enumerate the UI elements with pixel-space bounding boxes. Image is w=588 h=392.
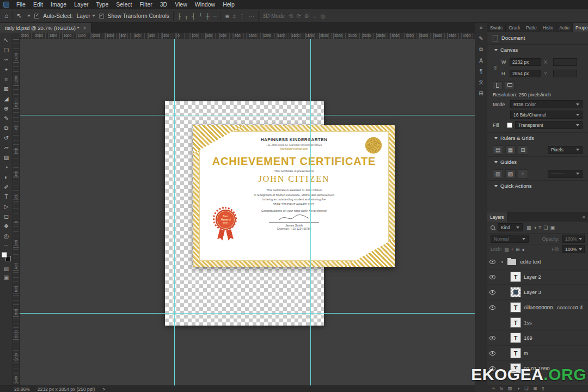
layer-visibility-cell[interactable] (487, 254, 498, 269)
align-icon[interactable]: ┬ (185, 13, 188, 19)
layer-visibility-cell[interactable] (487, 300, 498, 315)
tool-button[interactable]: ∽ (1, 54, 13, 64)
fill-swatch[interactable] (507, 122, 512, 128)
layers-bottom-icon[interactable]: ❏ (524, 387, 528, 391)
layer-thumbnail[interactable]: T (510, 272, 521, 282)
guide-vertical[interactable] (310, 39, 311, 385)
layer-visibility-cell[interactable] (487, 330, 498, 345)
layers-bottom-icon[interactable]: ◑ (517, 387, 520, 391)
bit-depth-select[interactable]: 16 Bits/Channel (510, 111, 583, 119)
lock-icon[interactable]: + (511, 247, 513, 252)
width-field[interactable]: 2232 px (510, 58, 541, 66)
panel-tab[interactable]: Histo (540, 23, 556, 32)
layers-bottom-icon[interactable]: ▯ (542, 387, 544, 391)
rulers-grids-button[interactable]: ▦ (505, 145, 516, 155)
layer-visibility-cell[interactable] (487, 346, 498, 360)
3d-mode-icon[interactable]: ⟳ (296, 13, 301, 19)
menu-item[interactable]: Help (219, 0, 238, 9)
tool-button[interactable]: ◻ (1, 211, 13, 221)
layer-visibility-cell[interactable] (487, 315, 498, 330)
3d-mode-icon[interactable]: ⊕ (304, 13, 309, 19)
tool-button[interactable]: ⊠ (1, 84, 13, 94)
layer-thumbnail[interactable] (507, 259, 516, 265)
tab-properties[interactable]: Properties (573, 23, 588, 32)
panel-strip-icon[interactable]: ¶ (480, 69, 482, 75)
guides-button[interactable]: ▧ (505, 169, 516, 179)
menu-item[interactable]: Image (47, 0, 70, 9)
eye-icon[interactable] (489, 290, 495, 295)
ruler-vertical[interactable]: 1400120010008006004002000200400600800100… (13, 39, 20, 385)
show-transform-checkbox[interactable] (99, 14, 104, 19)
panel-menu-icon[interactable]: ≡ (580, 212, 588, 222)
layer-filter-icon[interactable]: T (538, 225, 542, 230)
guide-horizontal[interactable] (20, 115, 475, 115)
layers-fill-select[interactable]: 100% (562, 245, 585, 253)
tool-button[interactable]: ❖ (1, 221, 13, 231)
tool-button[interactable]: ⧉ (1, 123, 13, 133)
layers-bottom-icon[interactable]: ∞ (492, 387, 495, 391)
align-icon[interactable]: ┤ (192, 13, 195, 19)
close-icon[interactable]: × (83, 25, 86, 31)
tool-button[interactable]: ⌗ (1, 74, 13, 84)
menu-item[interactable]: View (171, 0, 191, 9)
tool-button[interactable]: ⌖ (1, 64, 13, 74)
opacity-select[interactable]: 100% (562, 235, 585, 243)
panel-tab[interactable]: Actio (556, 23, 573, 32)
tool-button[interactable]: ▱ (1, 143, 13, 152)
layer-row[interactable]: ∨ edite text (487, 254, 588, 270)
tool-button[interactable]: ◔ (1, 162, 13, 172)
lock-icon[interactable]: ∎ (522, 247, 524, 252)
layer-filter-icon[interactable]: ◑ (534, 225, 536, 230)
foreground-color-swatch[interactable] (2, 252, 7, 258)
tool-button[interactable]: ▨ (1, 152, 13, 162)
panel-tab[interactable]: Patte (523, 23, 540, 32)
guide-style-select[interactable]: ——— (548, 170, 583, 178)
move-tool-icon[interactable]: ↖ (16, 12, 22, 20)
lock-icon[interactable]: ⊞ (516, 247, 519, 252)
ruler-units-select[interactable]: Pixels (548, 146, 583, 154)
align-icon[interactable]: ┼ (206, 13, 210, 19)
layers-bottom-icon[interactable]: ▧ (508, 387, 512, 391)
menu-item[interactable]: Type (92, 0, 112, 9)
layers-bottom-icon[interactable]: ⊞ (534, 387, 537, 391)
panel-strip-icon[interactable]: « (480, 24, 483, 30)
eye-icon[interactable] (489, 351, 495, 356)
3d-mode-icon[interactable]: ◎ (321, 13, 326, 19)
zoom-level[interactable]: 20.66% (14, 387, 30, 392)
eye-icon[interactable] (489, 336, 495, 340)
home-icon[interactable]: ⌂ (4, 12, 8, 20)
layer-row[interactable]: T Layer 2 (487, 270, 588, 285)
tool-button[interactable]: T (1, 192, 13, 201)
layer-name[interactable]: Layer 2 (524, 274, 541, 280)
layer-name[interactable]: m (524, 350, 528, 356)
tool-button[interactable]: ✎ (1, 113, 13, 123)
layer-row[interactable]: Layer 3 (487, 285, 588, 300)
color-swatches[interactable] (2, 252, 11, 261)
tool-button[interactable]: ◢ (1, 94, 13, 103)
eye-icon[interactable] (489, 260, 495, 264)
guides-button[interactable]: + (518, 169, 528, 179)
more-options-icon[interactable]: ⋯ (248, 13, 254, 20)
tool-button[interactable]: ✐ (1, 182, 13, 192)
distribute-icon[interactable]: ≣ (225, 13, 229, 19)
layer-name[interactable]: edite text (520, 259, 541, 265)
3d-mode-icon[interactable]: ↔ (312, 13, 317, 19)
tool-button[interactable]: ◎ (1, 231, 13, 241)
layer-name[interactable]: Layer 3 (524, 289, 541, 295)
layer-thumbnail[interactable]: T (510, 317, 521, 328)
tool-button[interactable]: ↖ (1, 35, 13, 45)
auto-select-checkbox[interactable] (34, 14, 39, 19)
auto-select-dropdown[interactable]: Layer (77, 13, 95, 19)
align-icon[interactable]: ├ (177, 13, 181, 19)
guide-vertical[interactable] (174, 39, 175, 385)
panel-strip-icon[interactable]: ⧉ (479, 46, 483, 53)
align-icon[interactable]: ┴ (199, 13, 203, 19)
ruler-corner[interactable] (13, 33, 20, 39)
layer-row[interactable]: T 1ss (487, 315, 588, 330)
tool-button[interactable]: ◐ (1, 172, 13, 182)
layer-visibility-cell[interactable] (487, 285, 498, 299)
layer-thumbnail[interactable] (510, 287, 521, 297)
menu-item[interactable]: Layer (70, 0, 92, 9)
layer-filter-icon[interactable]: ▣ (550, 225, 555, 230)
portrait-orientation-button[interactable] (493, 81, 503, 89)
